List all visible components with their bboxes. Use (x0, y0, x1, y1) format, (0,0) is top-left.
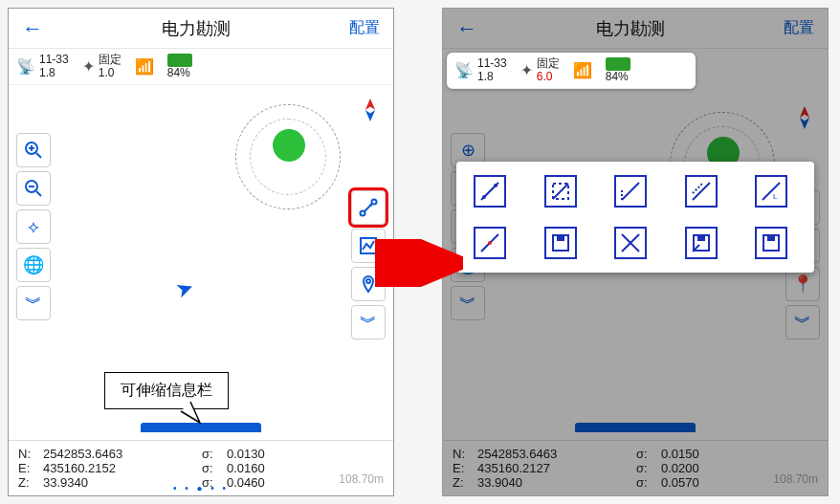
satellite-icon: 📡 (454, 61, 474, 79)
svg-point-10 (372, 200, 377, 205)
fix-value: 1.0 (99, 67, 122, 79)
n-label: N: (453, 447, 472, 461)
sigma-n-label: σ: (202, 447, 221, 461)
fix-label: 固定 (99, 54, 122, 66)
page-title: 电力勘测 (162, 17, 231, 40)
svg-point-19 (494, 184, 497, 187)
coordinate-bar[interactable]: N:2542853.6463σ:0.0150 E:435160.2127σ:0.… (443, 440, 828, 495)
e-label: E: (453, 461, 472, 475)
svg-line-22 (622, 183, 639, 200)
annotation-arrow (375, 239, 463, 287)
position-dot (273, 129, 305, 162)
tool-save-3[interactable] (755, 227, 787, 259)
config-button[interactable]: 配置 (349, 18, 380, 38)
satellite-icon: 📡 (16, 57, 35, 76)
sigma-n-value: 0.0130 (227, 447, 265, 461)
svg-line-3 (36, 153, 41, 158)
distance-readout: 108.70m (773, 472, 818, 486)
z-label: Z: (453, 475, 472, 490)
sigma-z-value: 0.0570 (661, 475, 699, 490)
battery-status[interactable]: 84% (606, 57, 630, 83)
satellite-status[interactable]: 📡 11-33 1.8 (16, 54, 69, 78)
sigma-e-value: 0.0200 (661, 461, 699, 475)
fix-label: 固定 (537, 57, 560, 70)
tool-offset-distance[interactable] (544, 175, 577, 208)
expand-left-button[interactable]: ︾ (16, 286, 51, 320)
tool-offset-lat[interactable]: L (755, 175, 787, 208)
e-label: E: (18, 461, 37, 475)
svg-marker-16 (800, 118, 809, 129)
sigma-n-label: σ: (636, 447, 655, 461)
sigma-e-label: σ: (636, 461, 655, 475)
svg-rect-34 (697, 235, 705, 241)
config-button[interactable]: 配置 (784, 18, 814, 38)
svg-marker-15 (800, 106, 809, 118)
compass-icon[interactable] (795, 106, 814, 129)
satellite-status[interactable]: 📡 11-33 1.8 (454, 57, 507, 82)
page-title: 电力勘测 (596, 17, 665, 40)
titlebar: ← 电力勘测 配置 (443, 9, 828, 49)
svg-rect-37 (767, 235, 775, 241)
expand-left-button[interactable]: ︾ (451, 286, 485, 320)
svg-point-28 (488, 241, 492, 245)
center-button[interactable]: ⟡ (16, 209, 51, 244)
tool-offset-line[interactable] (685, 175, 718, 208)
n-value: 2542853.6463 (477, 447, 630, 461)
measure-button[interactable] (351, 190, 386, 225)
distance-readout: 108.70m (339, 472, 384, 486)
radio-status[interactable]: 📶 (135, 57, 154, 76)
sat-bottom: 1.8 (477, 71, 507, 83)
svg-point-9 (361, 211, 365, 216)
left-screenshot: ← 电力勘测 配置 📡 11-33 1.8 ✦ 固定 1.0 📶 (8, 8, 394, 496)
sigma-e-value: 0.0160 (227, 461, 265, 475)
tool-intersect[interactable] (614, 227, 647, 259)
status-bar: 📡 11-33 1.8 ✦ 固定 6.0 📶 84% (447, 53, 696, 89)
left-toolbar: ⟡ 🌐 ︾ (16, 133, 51, 320)
battery-icon (606, 57, 630, 71)
callout-label: 可伸缩信息栏 (104, 372, 229, 409)
sat-bottom: 1.8 (39, 67, 69, 79)
compass-icon[interactable] (361, 99, 380, 121)
radio-icon: 📶 (135, 57, 154, 76)
e-value: 435160.2152 (43, 461, 196, 475)
radio-icon: 📶 (573, 61, 592, 79)
tool-save-1[interactable] (544, 227, 577, 259)
radio-status[interactable]: 📶 (573, 61, 592, 79)
map-area[interactable]: ➤ (9, 85, 393, 410)
callout-tail (173, 402, 206, 430)
battery-status[interactable]: 84% (167, 54, 192, 79)
z-value: 33.9040 (477, 475, 630, 490)
zoom-out-button[interactable] (16, 171, 51, 206)
tool-offset-angle[interactable] (614, 175, 647, 208)
right-screenshot: ← 电力勘测 配置 📡 11-33 1.8 ✦ 固定 6.0 📶 (442, 8, 829, 496)
zoom-in-button[interactable] (16, 133, 51, 167)
tool-offset-point[interactable] (474, 175, 506, 208)
expand-right-button[interactable]: ︾ (351, 305, 386, 340)
svg-text:L: L (773, 192, 778, 201)
z-label: Z: (18, 475, 37, 490)
page-dots: • • ● • • (173, 483, 229, 493)
battery-pct: 84% (606, 71, 630, 83)
tool-save-2[interactable] (685, 227, 718, 259)
expand-right-button[interactable]: ︾ (785, 305, 820, 340)
svg-line-21 (553, 184, 568, 199)
fix-status[interactable]: ✦ 固定 6.0 (520, 57, 560, 82)
svg-marker-0 (365, 99, 375, 110)
sigma-z-label: σ: (636, 475, 655, 490)
sigma-e-label: σ: (202, 461, 221, 475)
tool-offset-red[interactable] (474, 227, 506, 259)
fix-status[interactable]: ✦ 固定 1.0 (82, 54, 122, 78)
sat-top: 11-33 (477, 57, 507, 70)
titlebar: ← 电力勘测 配置 (9, 9, 393, 49)
measure-tools-popup: L (456, 162, 814, 273)
fix-icon: ✦ (82, 57, 95, 76)
fix-value: 6.0 (537, 71, 560, 83)
battery-icon (167, 54, 192, 67)
globe-button[interactable]: 🌐 (16, 248, 51, 282)
info-tab-handle[interactable] (575, 423, 696, 432)
coordinate-bar[interactable]: N:2542853.6463σ:0.0130 E:435160.2152σ:0.… (9, 440, 393, 495)
back-button[interactable]: ← (456, 16, 477, 41)
fix-icon: ✦ (520, 61, 533, 79)
svg-rect-30 (557, 235, 564, 241)
back-button[interactable]: ← (22, 16, 43, 41)
